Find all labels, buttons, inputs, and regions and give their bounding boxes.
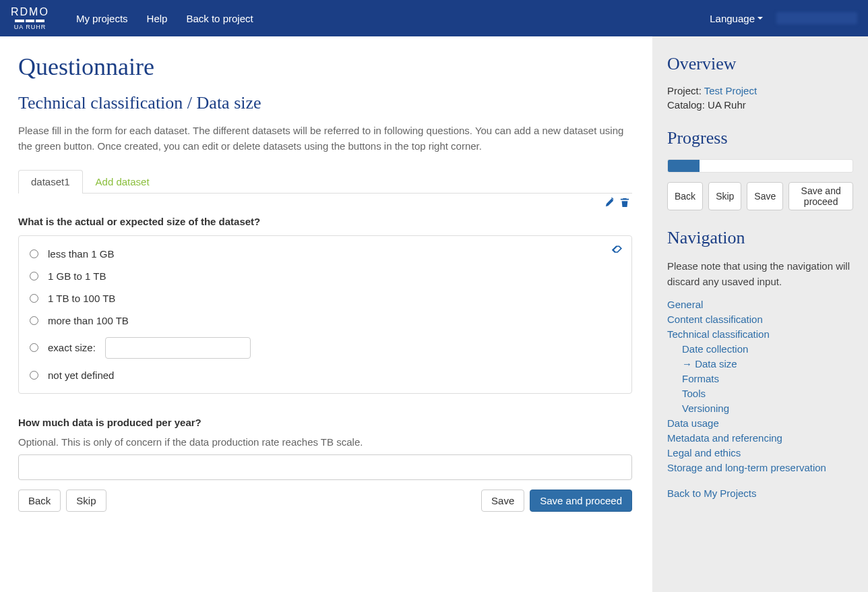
nav-item-date-collection[interactable]: Date collection [682,343,748,355]
navigation-title: Navigation [667,228,853,248]
page-title: Questionnaire [18,53,632,81]
nav-item-data-size[interactable]: → Data size [682,358,737,369]
q1-opt3-radio[interactable] [30,294,38,303]
tab-add-dataset[interactable]: Add dataset [83,170,162,194]
nav-item-formats[interactable]: Formats [682,373,719,384]
skip-button[interactable]: Skip [66,490,106,512]
eraser-icon[interactable] [611,244,622,255]
q1-opt6-radio[interactable] [30,371,38,380]
section-title: Technical classification / Data size [18,93,632,113]
q1-opt5-row: exact size: [30,332,621,364]
language-dropdown[interactable]: Language [710,13,763,24]
q1-opt3-label: 1 TB to 100 TB [48,293,115,304]
nav-item-tools[interactable]: Tools [682,388,706,399]
progress-bar [667,159,853,173]
q1-opt4-row: more than 100 TB [30,309,621,332]
sidebar-skip-button[interactable]: Skip [708,182,741,210]
main-button-row: Back Skip Save Save and proceed [18,490,632,512]
main-content: Questionnaire Technical classification /… [0,36,652,592]
q1-opt1-row: less than 1 GB [30,243,621,265]
q1-opt2-label: 1 GB to 1 TB [48,270,106,282]
dataset-actions [18,194,632,210]
q1-label: What is the actual or expected size of t… [18,216,632,227]
navigation-section: Navigation Please note that using the na… [667,228,853,499]
project-label: Project: [667,85,704,96]
q1-opt4-radio[interactable] [30,316,38,325]
q1-opt6-row: not yet defined [30,364,621,386]
logo[interactable]: RDMO UA RUHR [11,7,49,30]
q1-exact-size-input[interactable] [105,337,251,359]
q1-options: less than 1 GB 1 GB to 1 TB 1 TB to 100 … [18,235,632,394]
catalog-line: Catalog: UA Ruhr [667,99,853,111]
overview-section: Overview Project: Test Project Catalog: … [667,54,853,111]
language-label: Language [710,13,755,24]
q1-opt5-radio[interactable] [30,343,38,352]
nav-my-projects[interactable]: My projects [76,13,128,24]
back-to-my-projects-link[interactable]: Back to My Projects [667,487,757,499]
sidebar-save-button[interactable]: Save [747,182,783,210]
logo-text-bottom: UA RUHR [14,24,46,30]
q1-opt1-radio[interactable] [30,249,38,258]
nav-back-to-project[interactable]: Back to project [186,13,253,24]
q1-opt2-radio[interactable] [30,272,38,280]
instructions: Please fill in the form for each dataset… [18,123,632,154]
tab-dataset1[interactable]: dataset1 [18,170,83,194]
q1-opt5-label: exact size: [48,342,96,353]
save-proceed-button[interactable]: Save and proceed [530,490,632,512]
nav-item-versioning[interactable]: Versioning [682,403,729,414]
q2-label: How much data is produced per year? [18,417,632,428]
nav-item-data-usage[interactable]: Data usage [667,417,719,429]
q1-opt4-label: more than 100 TB [48,315,129,326]
sidebar: Overview Project: Test Project Catalog: … [652,36,868,592]
nav-item-content-classification[interactable]: Content classification [667,314,763,325]
sidebar-button-row: Back Skip Save Save and proceed [667,182,853,210]
nav-item-general[interactable]: General [667,299,703,310]
nav-item-technical-classification[interactable]: Technical classification [667,328,770,340]
back-button[interactable]: Back [18,490,61,512]
project-link[interactable]: Test Project [704,85,757,96]
q2-input[interactable] [18,454,632,480]
q1-opt6-label: not yet defined [48,369,114,381]
progress-fill [668,160,700,172]
nav-links: My projects Help Back to project [76,13,253,24]
nav-help[interactable]: Help [147,13,168,24]
logo-text-top: RDMO [11,7,49,18]
q2-help: Optional. This is only of concern if the… [18,436,632,448]
delete-icon[interactable] [620,198,629,209]
progress-section: Progress Back Skip Save Save and proceed [667,128,853,210]
save-button[interactable]: Save [481,490,524,512]
navigation-note: Please note that using the navigation wi… [667,259,853,289]
q1-opt2-row: 1 GB to 1 TB [30,265,621,287]
nav-right: Language [710,12,857,24]
progress-title: Progress [667,128,853,148]
sidebar-back-button[interactable]: Back [667,182,703,210]
user-menu[interactable] [776,12,857,24]
nav-item-metadata-and-referencing[interactable]: Metadata and referencing [667,432,782,444]
caret-down-icon [757,17,763,20]
navbar: RDMO UA RUHR My projects Help Back to pr… [0,0,868,36]
navigation-list: GeneralContent classificationTechnical c… [667,299,853,473]
q1-opt3-row: 1 TB to 100 TB [30,287,621,309]
catalog-label: Catalog: [667,99,708,111]
overview-title: Overview [667,54,853,74]
q1-opt1-label: less than 1 GB [48,248,114,260]
logo-stripes-icon [15,20,44,22]
dataset-tabs: dataset1 Add dataset [18,169,632,194]
project-line: Project: Test Project [667,85,853,96]
nav-item-legal-and-ethics[interactable]: Legal and ethics [667,447,741,458]
edit-icon[interactable] [605,198,615,209]
nav-item-storage-and-long-term-preservation[interactable]: Storage and long-term preservation [667,462,826,473]
catalog-value: UA Ruhr [708,99,746,111]
sidebar-save-proceed-button[interactable]: Save and proceed [788,182,853,210]
